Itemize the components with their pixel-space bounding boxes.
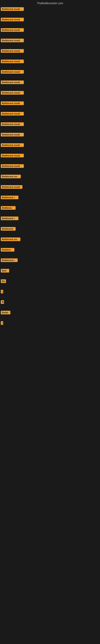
bottleneck-badge[interactable]: Bottleneck result — [1, 143, 24, 147]
list-item: Bottleneck result — [1, 60, 100, 64]
bottleneck-badge[interactable]: Bottleneck result — [1, 60, 24, 63]
list-item: Bottleneck result — [1, 80, 100, 85]
list-item: Bottle — [1, 311, 100, 315]
list-item: Bottleneck res — [1, 175, 100, 179]
list-item: Bottleneck result — [1, 112, 100, 116]
list-item: Bottleneck result — [1, 143, 100, 148]
list-item: Bottleneck result — [1, 185, 100, 190]
bottleneck-badge[interactable]: Bottleneck result — [1, 185, 22, 189]
list-item: Bottleneck result — [1, 122, 100, 127]
list-item: Bottleneck r — [1, 258, 100, 263]
bottleneck-badge[interactable]: Bottleneck result — [1, 39, 24, 42]
bottleneck-badge[interactable]: Bottleneck — [1, 227, 16, 231]
bottleneck-badge[interactable]: Bottleneck result — [1, 154, 24, 158]
list-item: Bottleneck result — [1, 39, 100, 43]
bottleneck-badge[interactable]: | — [1, 290, 3, 294]
list-item: Bottleneck result — [1, 91, 100, 96]
list-item: Bottleneck — [1, 227, 100, 232]
bottleneck-badge[interactable]: Bottleneck result — [1, 49, 24, 53]
list-item: Bottleneck res — [1, 238, 100, 242]
list-item: Bottleneck r — [1, 196, 100, 200]
bottleneck-badge[interactable]: Bottleneck r — [1, 216, 18, 220]
list-item: Bott — [1, 269, 100, 273]
list-item: Bottleneck result — [1, 28, 100, 32]
list-item: Bottleneck result — [1, 70, 100, 74]
list-item: Bottleneck result — [1, 49, 100, 54]
list-item: Bottleneck result — [1, 164, 100, 169]
list-item: | — [1, 321, 100, 326]
bottleneck-badge[interactable]: Bottleneck result — [1, 80, 24, 84]
site-title: TheBottlenecker.com — [0, 0, 100, 6]
bottleneck-badge[interactable]: Bottleneck result — [1, 28, 24, 32]
list-item: Bottlenec — [1, 206, 100, 210]
bottleneck-list: Bottleneck resultBottleneck resultBottle… — [0, 6, 100, 332]
list-item: | — [1, 290, 100, 294]
list-item: Bottlene — [1, 248, 100, 252]
bottleneck-badge[interactable]: Bottleneck result — [1, 7, 24, 11]
bottleneck-badge[interactable]: Bottleneck result — [1, 112, 24, 116]
bottleneck-badge[interactable]: Bottleneck result — [1, 70, 24, 74]
site-title-text: TheBottlenecker.com — [37, 2, 63, 5]
bottleneck-badge[interactable]: Bottlene — [1, 248, 14, 252]
bottleneck-badge[interactable]: Bottle — [1, 311, 10, 314]
bottleneck-badge[interactable]: Bottleneck res — [1, 238, 20, 241]
list-item: Bottleneck result — [1, 7, 100, 12]
list-item: Bottleneck result — [1, 154, 100, 158]
bottleneck-badge[interactable]: Bottleneck result — [1, 91, 24, 94]
bottleneck-badge[interactable]: B — [1, 300, 4, 304]
bottleneck-badge[interactable]: Bott — [1, 269, 9, 272]
list-item: Bo — [1, 279, 100, 284]
bottleneck-badge[interactable]: Bottleneck result — [1, 18, 24, 21]
bottleneck-badge[interactable]: Bottleneck result — [1, 164, 24, 168]
bottleneck-badge[interactable]: Bottleneck r — [1, 196, 18, 199]
bottleneck-badge[interactable]: Bottleneck r — [1, 258, 18, 262]
list-item: Bottleneck result — [1, 102, 100, 106]
bottleneck-badge[interactable]: Bottleneck result — [1, 122, 24, 126]
list-item: B — [1, 300, 100, 305]
bottleneck-badge[interactable]: | — [1, 321, 3, 325]
list-item: Bottleneck result — [1, 133, 100, 137]
bottleneck-badge[interactable]: Bottleneck res — [1, 175, 21, 178]
list-item: Bottleneck r — [1, 216, 100, 221]
bottleneck-badge[interactable]: Bottleneck result — [1, 133, 24, 136]
list-item: Bottleneck result — [1, 18, 100, 22]
bottleneck-badge[interactable]: Bo — [1, 279, 6, 283]
bottleneck-badge[interactable]: Bottlenec — [1, 206, 16, 210]
bottleneck-badge[interactable]: Bottleneck result — [1, 102, 24, 105]
